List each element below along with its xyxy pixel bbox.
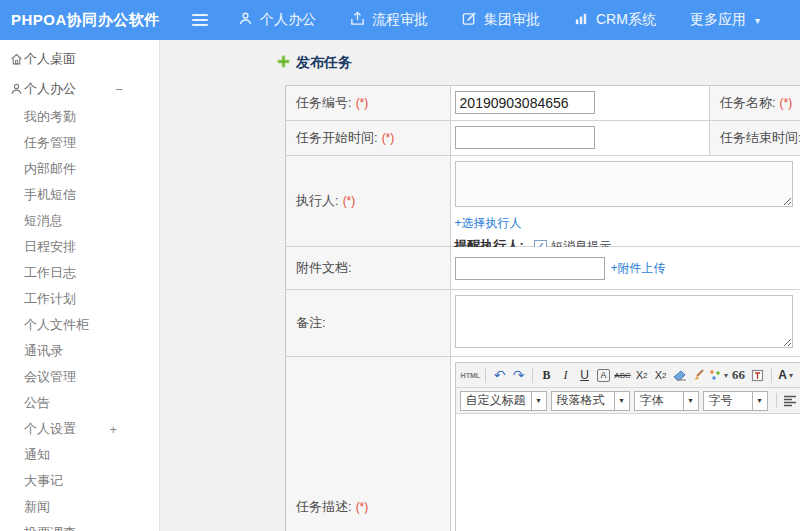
collapse-icon[interactable]: − (115, 82, 123, 97)
align-left-icon[interactable] (782, 391, 799, 410)
editor-toolbar-row1: HTML ↶ ↷ B I U A ABC X2 X2 (456, 363, 800, 388)
nav-label: 流程审批 (372, 11, 428, 29)
caret-down-icon: ▾ (614, 392, 629, 410)
nav-item-more-apps[interactable]: 更多应用 ▾ (690, 11, 760, 29)
attachment-input[interactable] (455, 257, 605, 280)
sidebar-item-personal-desktop[interactable]: 个人桌面 (0, 44, 159, 74)
group-approval-icon (462, 11, 484, 29)
task-number-input[interactable] (455, 91, 595, 114)
form-row-description: 任务描述:(*) HTML ↶ ↷ B I U (286, 357, 800, 531)
font-size-select[interactable]: 字号 ▾ (703, 391, 768, 411)
attachment-label: 附件文档: (286, 247, 451, 290)
end-time-label: 任务结束时间:(*) (710, 121, 800, 156)
choose-executor-link[interactable]: +选择执行人 (455, 216, 522, 230)
char-border-button[interactable]: A (597, 369, 610, 382)
nav-label: 个人办公 (260, 11, 316, 29)
start-time-label: 任务开始时间:(*) (286, 121, 451, 156)
remark-label: 备注: (286, 290, 451, 357)
undo-button[interactable]: ↶ (491, 366, 508, 385)
sidebar-item-task-management[interactable]: 任务管理 (0, 130, 159, 156)
paste-plain-icon[interactable] (749, 366, 766, 385)
editor-content-area[interactable] (456, 414, 800, 531)
main-content: 发布任务 任务编号:(*) 任务名称:(*) 任务开始时间:(*) (160, 40, 800, 531)
nav-label: CRM系统 (596, 11, 656, 29)
caret-down-icon: ▾ (724, 371, 728, 380)
nav-item-group-approval[interactable]: 集团审批 (462, 11, 540, 29)
executor-textarea[interactable] (455, 161, 793, 207)
form-row-start-time: 任务开始时间:(*) 任务结束时间:(*) (286, 121, 800, 156)
auto-typeset-icon[interactable]: ▾ (709, 366, 728, 385)
caret-down-icon: ▾ (755, 15, 760, 26)
caret-down-icon: ▾ (683, 392, 698, 410)
sidebar-item-notice[interactable]: 通知 (0, 442, 159, 468)
expand-icon[interactable]: + (109, 422, 117, 437)
eraser-icon[interactable] (671, 366, 688, 385)
paragraph-format-select[interactable]: 段落格式 ▾ (551, 391, 630, 411)
home-icon (10, 53, 23, 66)
sidebar-item-news[interactable]: 新闻 (0, 494, 159, 520)
italic-button[interactable]: I (557, 366, 574, 385)
underline-button[interactable]: U (576, 366, 593, 385)
person-icon (238, 11, 260, 29)
task-number-label: 任务编号:(*) (286, 86, 451, 121)
sidebar-item-short-message[interactable]: 短消息 (0, 208, 159, 234)
sidebar-item-work-plan[interactable]: 工作计划 (0, 286, 159, 312)
hamburger-menu-icon[interactable] (192, 14, 208, 26)
attachment-upload-link[interactable]: +附件上传 (611, 260, 666, 277)
add-plus-icon (277, 54, 290, 72)
sidebar-item-mobile-sms[interactable]: 手机短信 (0, 182, 159, 208)
top-nav: 个人办公 流程审批 集团审批 CRM系统 更多应用 (238, 11, 794, 29)
blockquote-button[interactable]: 66 (730, 366, 747, 385)
html-source-button[interactable]: HTML (461, 366, 480, 385)
sidebar-item-personal-settings[interactable]: 个人设置 + (0, 416, 159, 442)
start-time-input[interactable] (455, 126, 595, 149)
form-row-remark: 备注: (286, 290, 800, 357)
page-title: 发布任务 (277, 54, 352, 72)
sidebar-item-personal-office[interactable]: 个人办公 − (0, 74, 159, 104)
sidebar-item-vote-survey[interactable]: 投票调查 (0, 520, 159, 531)
description-label: 任务描述:(*) (286, 357, 451, 531)
form-row-task-number: 任务编号:(*) 任务名称:(*) (286, 86, 800, 121)
executor-label: 执行人:(*) (286, 156, 451, 247)
nav-item-crm-system[interactable]: CRM系统 (574, 11, 656, 29)
crm-chart-icon (574, 11, 596, 29)
font-family-select[interactable]: 字体 ▾ (634, 391, 699, 411)
person-icon (10, 83, 23, 96)
sidebar-item-my-attendance[interactable]: 我的考勤 (0, 104, 159, 130)
form-row-attachment: 附件文档: +附件上传 (286, 247, 800, 290)
app-logo: PHPOA协同办公软件 (0, 11, 160, 30)
sidebar: 个人桌面 个人办公 − 我的考勤 任务管理 内部邮件 手机短信 短消息 日程安排… (0, 40, 160, 531)
top-header: PHPOA协同办公软件 个人办公 流程审批 集团审批 (0, 0, 800, 40)
caret-down-icon: ▾ (789, 371, 793, 380)
sidebar-item-contacts[interactable]: 通讯录 (0, 338, 159, 364)
flow-approval-icon (350, 11, 372, 29)
format-brush-icon[interactable] (690, 366, 707, 385)
nav-label: 集团审批 (484, 11, 540, 29)
strikethrough-button[interactable]: ABC (614, 366, 631, 385)
publish-task-form: 任务编号:(*) 任务名称:(*) 任务开始时间:(*) (285, 85, 800, 531)
sidebar-item-work-log[interactable]: 工作日志 (0, 260, 159, 286)
sidebar-item-meeting-management[interactable]: 会议管理 (0, 364, 159, 390)
sidebar-item-personal-files[interactable]: 个人文件柜 (0, 312, 159, 338)
sidebar-item-announcement[interactable]: 公告 (0, 390, 159, 416)
sidebar-item-internal-mail[interactable]: 内部邮件 (0, 156, 159, 182)
redo-button[interactable]: ↷ (510, 366, 527, 385)
caret-down-icon: ▾ (752, 392, 767, 410)
bold-button[interactable]: B (538, 366, 555, 385)
nav-label: 更多应用 (690, 11, 746, 29)
form-row-executor: 执行人:(*) +选择执行人 提醒执行人: ✓ 短消息提示 (286, 156, 800, 247)
font-color-button[interactable]: A ▾ (777, 366, 794, 385)
nav-item-flow-approval[interactable]: 流程审批 (350, 11, 428, 29)
sidebar-item-memorabilia[interactable]: 大事记 (0, 468, 159, 494)
rich-text-editor: HTML ↶ ↷ B I U A ABC X2 X2 (455, 362, 800, 531)
subscript-button[interactable]: X2 (652, 366, 669, 385)
nav-item-personal-office[interactable]: 个人办公 (238, 11, 316, 29)
task-name-label: 任务名称:(*) (710, 86, 800, 121)
sidebar-item-label: 个人桌面 (24, 50, 76, 68)
sidebar-item-schedule[interactable]: 日程安排 (0, 234, 159, 260)
app-window: PHPOA协同办公软件 个人办公 流程审批 集团审批 (0, 0, 800, 531)
heading-select[interactable]: 自定义标题 ▾ (460, 391, 547, 411)
caret-down-icon: ▾ (531, 392, 546, 410)
remark-textarea[interactable] (455, 295, 793, 348)
superscript-button[interactable]: X2 (633, 366, 650, 385)
